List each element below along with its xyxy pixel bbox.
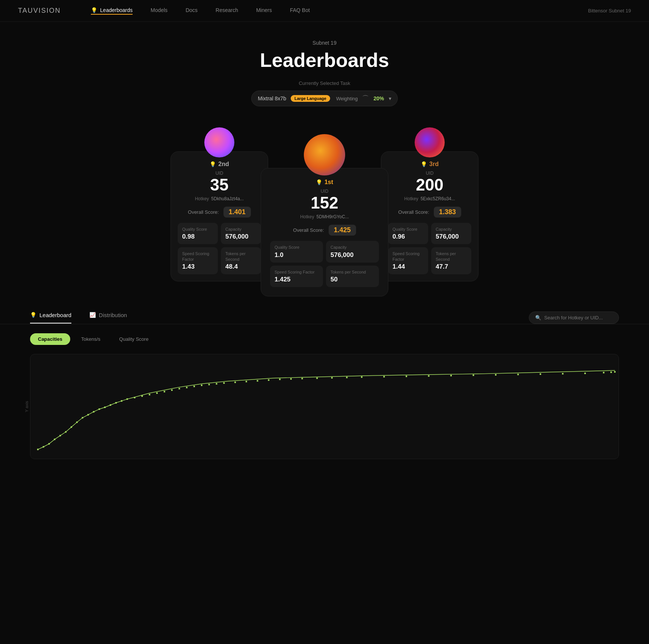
chart-container [30, 354, 619, 459]
svg-rect-9 [88, 414, 89, 416]
third-place-card: 💡 3rd UID 200 Hotkey 5Exkc5ZR6u34... Ove… [381, 151, 478, 281]
tab-distribution[interactable]: 📈 Distribution [89, 312, 127, 324]
svg-rect-31 [246, 381, 247, 382]
svg-rect-13 [110, 404, 111, 406]
second-place-avatar [204, 127, 234, 157]
first-overall-label: Overall Score: [293, 227, 324, 233]
svg-rect-53 [614, 371, 616, 373]
third-hotkey-label: Hotkey [404, 196, 418, 201]
navbar: TAUVISION 💡 Leaderboards Models Docs Res… [0, 0, 649, 22]
logo: TAUVISION [18, 7, 61, 15]
stat-cell: Speed Scoring Factor 1.44 [388, 247, 428, 274]
svg-rect-38 [331, 377, 333, 378]
svg-rect-35 [290, 378, 292, 379]
sub-tab-tokens[interactable]: Tokens/s [73, 333, 108, 345]
stat-cell: Speed Scoring Factor 1.425 [270, 266, 323, 287]
third-hotkey-row: Hotkey 5Exkc5ZR6u34... [388, 196, 471, 201]
third-place-rank: 3rd [429, 161, 439, 168]
svg-rect-40 [361, 376, 362, 378]
third-stats-grid: Quality Score 0.96 Capacity 576,000 Spee… [388, 223, 471, 274]
first-place-avatar [304, 134, 345, 175]
svg-rect-1 [43, 446, 44, 447]
task-selector[interactable]: Mixtral 8x7b Large Language Weighting ⌒ … [251, 91, 397, 106]
svg-rect-43 [428, 375, 430, 376]
svg-rect-33 [268, 379, 269, 381]
stat-value: 576,000 [436, 233, 467, 240]
stat-cell: Quality Score 1.0 [270, 241, 323, 262]
stat-label: Capacity [331, 245, 374, 250]
nav-link-docs[interactable]: Docs [186, 7, 198, 15]
svg-rect-0 [37, 449, 39, 450]
stat-value: 576,000 [331, 251, 374, 259]
first-uid-value: 152 [270, 195, 379, 211]
svg-rect-49 [562, 373, 563, 375]
svg-rect-11 [98, 408, 100, 410]
second-uid-value: 35 [178, 177, 261, 193]
svg-rect-4 [59, 435, 61, 436]
svg-rect-29 [223, 382, 225, 384]
first-hotkey-label: Hotkey [300, 214, 314, 219]
third-uid-label: UID [388, 171, 471, 176]
first-hotkey-value: 5DMH9rGYoC... [317, 214, 349, 219]
search-icon: 🔍 [535, 315, 541, 320]
nav-link-models[interactable]: Models [151, 7, 168, 15]
task-badge: Large Language [291, 95, 330, 102]
stat-value: 48.4 [225, 263, 257, 271]
svg-rect-52 [610, 372, 612, 373]
svg-rect-36 [302, 378, 303, 379]
chevron-down-icon[interactable]: ▾ [389, 95, 391, 101]
svg-rect-42 [406, 375, 407, 377]
second-overall-value: 1.401 [223, 207, 251, 218]
stat-cell: Tokens per Second 48.4 [221, 247, 261, 274]
first-place-icon: 💡 [316, 179, 322, 185]
svg-rect-23 [178, 388, 180, 389]
chart-y-label: Y axis [24, 401, 29, 412]
stat-cell: Quality Score 0.96 [388, 223, 428, 244]
svg-rect-48 [540, 373, 541, 375]
second-hotkey-label: Hotkey [195, 196, 209, 201]
second-hotkey-value: 5Dkhu8aJzt4a... [211, 196, 244, 201]
stat-cell: Quality Score 0.98 [178, 223, 218, 244]
nav-link-faqbot[interactable]: FAQ Bot [290, 7, 310, 15]
hero-section: Subnet 19 Leaderboards Currently Selecte… [0, 22, 649, 118]
tabs-left: 💡 Leaderboard 📈 Distribution [30, 312, 127, 324]
third-place-badge: 💡 3rd [421, 161, 439, 168]
task-percent: 20% [373, 95, 384, 101]
nav-link-research[interactable]: Research [216, 7, 238, 15]
sub-tab-capacities[interactable]: Capacities [30, 333, 70, 345]
second-place-rank: 2nd [218, 161, 229, 168]
svg-rect-44 [450, 375, 452, 376]
search-box[interactable]: 🔍 [529, 311, 619, 324]
nav-icon-leaderboards: 💡 [91, 7, 97, 13]
stat-label: Quality Score [275, 245, 318, 250]
third-overall-label: Overall Score: [398, 209, 429, 215]
svg-rect-19 [149, 394, 150, 395]
stat-cell: Capacity 576,000 [326, 241, 379, 262]
chart-wrapper: Y axis [30, 354, 619, 459]
stat-label: Tokens per Second [331, 269, 374, 275]
stat-label: Speed Scoring Factor [275, 269, 318, 275]
svg-rect-12 [104, 407, 106, 408]
chart-section: Y axis [0, 345, 649, 474]
svg-rect-50 [584, 373, 586, 374]
stat-value: 1.425 [275, 276, 318, 283]
nav-link-miners[interactable]: Miners [256, 7, 272, 15]
stat-label: Tokens per Second [225, 251, 257, 262]
search-input[interactable] [544, 315, 613, 320]
third-overall-value: 1.383 [434, 207, 461, 218]
svg-rect-18 [141, 395, 143, 397]
svg-rect-41 [383, 376, 385, 377]
stat-cell: Capacity 576,000 [431, 223, 471, 244]
nav-right-text: Bittensor Subnet 19 [588, 8, 631, 14]
stat-value: 1.0 [275, 251, 318, 259]
stat-value: 576,000 [225, 233, 257, 240]
third-hotkey-value: 5Exkc5ZR6u34... [421, 196, 455, 201]
sub-tab-quality[interactable]: Quality Score [111, 333, 156, 345]
svg-rect-6 [71, 426, 72, 428]
stat-cell: Speed Scoring Factor 1.43 [178, 247, 218, 274]
nav-link-leaderboards[interactable]: 💡 Leaderboards [91, 7, 133, 15]
second-place-card: 💡 2nd UID 35 Hotkey 5Dkhu8aJzt4a... Over… [171, 151, 268, 281]
tab-leaderboard[interactable]: 💡 Leaderboard [30, 312, 71, 324]
nav-links: 💡 Leaderboards Models Docs Research Mine… [91, 7, 588, 15]
sub-tabs-section: Capacities Tokens/s Quality Score [0, 324, 649, 345]
